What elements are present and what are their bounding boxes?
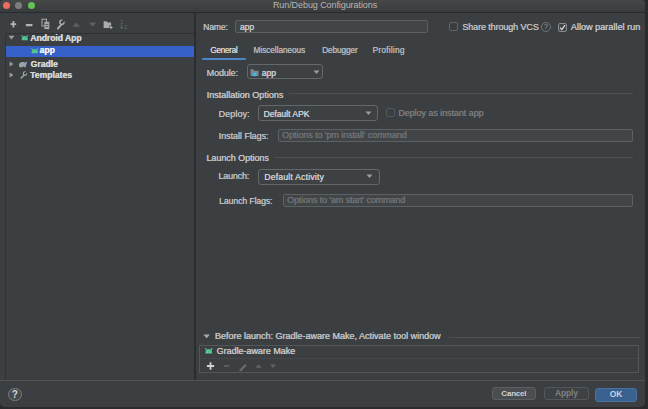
svg-text:2: 2 [124, 23, 128, 30]
